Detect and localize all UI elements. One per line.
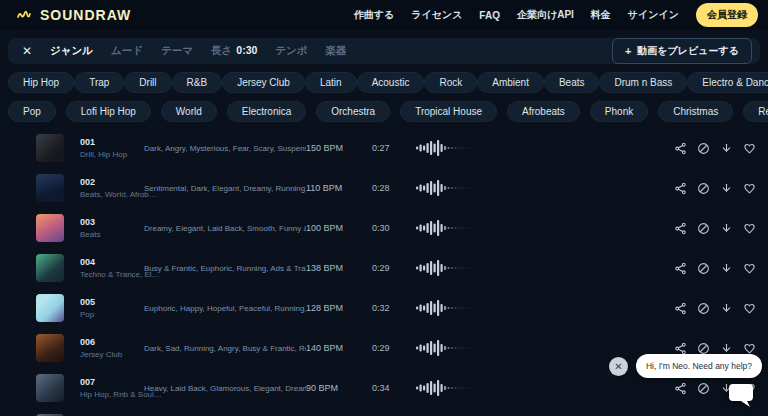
- track-row[interactable]: 008 Drill Dark, Heavy, Mysterious, Suspe…: [0, 408, 768, 416]
- genre-tag[interactable]: Drill: [124, 72, 171, 93]
- chat-launcher-icon[interactable]: [726, 384, 756, 414]
- track-row[interactable]: 005 Pop Euphoric, Happy, Hopeful, Peacef…: [0, 288, 768, 328]
- genre-tag[interactable]: Jersey Club: [222, 72, 305, 93]
- filter-tab-label: ジャンル: [50, 44, 93, 58]
- genre-tag[interactable]: Christmas: [658, 101, 733, 122]
- track-thumbnail[interactable]: [36, 334, 64, 362]
- track-actions: [673, 221, 756, 235]
- filter-tab[interactable]: テーマ: [161, 44, 193, 58]
- genre-tag[interactable]: Phonk: [590, 101, 648, 122]
- filter-tab[interactable]: ジャンル: [50, 44, 93, 58]
- waveform[interactable]: [416, 259, 486, 277]
- genre-tag[interactable]: Drum n Bass: [599, 72, 687, 93]
- preview-video-button[interactable]: + 動画をプレビューする: [612, 38, 752, 64]
- genre-tag[interactable]: Hip Hop: [8, 72, 74, 93]
- genre-tag[interactable]: Pop: [8, 101, 56, 122]
- copyright-free-icon[interactable]: [696, 261, 710, 275]
- track-thumbnail[interactable]: [36, 134, 64, 162]
- download-icon[interactable]: [719, 221, 733, 235]
- copyright-free-icon[interactable]: [696, 221, 710, 235]
- waveform[interactable]: [416, 379, 486, 397]
- genre-tag[interactable]: Beats: [544, 72, 600, 93]
- track-thumbnail[interactable]: [36, 174, 64, 202]
- close-icon[interactable]: ✕: [22, 45, 32, 57]
- waveform[interactable]: [416, 219, 486, 237]
- chat-message[interactable]: Hi, I'm Neo. Need any help?: [636, 354, 762, 378]
- download-icon[interactable]: [719, 261, 733, 275]
- brand-name: SOUNDRAW: [40, 7, 131, 23]
- heart-icon[interactable]: [742, 341, 756, 355]
- filter-tab[interactable]: 楽器: [326, 44, 347, 58]
- nav-link[interactable]: ライセンス: [411, 8, 462, 22]
- track-id-column: 001 Drill, Hip Hop: [80, 137, 144, 159]
- track-moods: Sentimental, Dark, Elegant, Dreamy, Runn…: [144, 184, 306, 193]
- heart-icon[interactable]: [742, 221, 756, 235]
- genre-tag[interactable]: Tropical House: [400, 101, 497, 122]
- genre-tag[interactable]: Orchestra: [316, 101, 390, 122]
- copyright-free-icon[interactable]: [696, 341, 710, 355]
- heart-icon[interactable]: [742, 261, 756, 275]
- nav-link[interactable]: サインイン: [628, 8, 679, 22]
- download-icon[interactable]: [719, 141, 733, 155]
- track-duration: 0:28: [372, 183, 416, 193]
- genre-tag[interactable]: Electronica: [227, 101, 306, 122]
- genre-tag[interactable]: Latin: [305, 72, 357, 93]
- copyright-free-icon[interactable]: [696, 181, 710, 195]
- track-row[interactable]: 001 Drill, Hip Hop Dark, Angry, Mysterio…: [0, 128, 768, 168]
- filter-tab-label: テンポ: [275, 44, 307, 58]
- waveform[interactable]: [416, 179, 486, 197]
- top-nav: 作曲する ライセンス FAQ 企業向けAPI 料金 サインイン: [354, 8, 679, 22]
- track-genres: Beats, World, Afrob…: [80, 190, 144, 199]
- waveform[interactable]: [416, 139, 486, 157]
- filter-tab[interactable]: 長さ 0:30: [211, 44, 257, 58]
- track-bpm: 110 BPM: [306, 183, 372, 193]
- waveform[interactable]: [416, 339, 486, 357]
- filter-tab[interactable]: ムード: [111, 44, 143, 58]
- track-thumbnail[interactable]: [36, 374, 64, 402]
- genre-tag[interactable]: Reggae: [743, 101, 768, 122]
- nav-link[interactable]: 料金: [591, 8, 611, 22]
- genre-tag[interactable]: Afrobeats: [507, 101, 580, 122]
- track-moods: Busy & Frantic, Euphoric, Running, Ads &…: [144, 264, 306, 273]
- soundraw-logo[interactable]: SOUNDRAW: [17, 7, 131, 23]
- nav-link[interactable]: 企業向けAPI: [517, 8, 574, 22]
- chat-close-icon[interactable]: ✕: [609, 357, 628, 376]
- signup-button[interactable]: 会員登録: [696, 3, 758, 27]
- track-row[interactable]: 002 Beats, World, Afrob… Sentimental, Da…: [0, 168, 768, 208]
- heart-icon[interactable]: [742, 301, 756, 315]
- share-icon[interactable]: [673, 221, 687, 235]
- share-icon[interactable]: [673, 381, 687, 395]
- track-thumbnail[interactable]: [36, 214, 64, 242]
- genre-tag[interactable]: R&B: [172, 72, 223, 93]
- heart-icon[interactable]: [742, 141, 756, 155]
- copyright-free-icon[interactable]: [696, 141, 710, 155]
- track-thumbnail[interactable]: [36, 294, 64, 322]
- nav-link[interactable]: 作曲する: [354, 8, 394, 22]
- genre-tag[interactable]: Acoustic: [357, 72, 425, 93]
- track-row[interactable]: 004 Techno & Trance, El… Busy & Frantic,…: [0, 248, 768, 288]
- track-bpm: 150 BPM: [306, 143, 372, 153]
- share-icon[interactable]: [673, 301, 687, 315]
- copyright-free-icon[interactable]: [696, 381, 710, 395]
- genre-tag[interactable]: Ambient: [477, 72, 544, 93]
- share-icon[interactable]: [673, 261, 687, 275]
- share-icon[interactable]: [673, 141, 687, 155]
- download-icon[interactable]: [719, 341, 733, 355]
- share-icon[interactable]: [673, 181, 687, 195]
- genre-tag[interactable]: Electro & Dance: [687, 72, 768, 93]
- track-thumbnail[interactable]: [36, 254, 64, 282]
- waveform[interactable]: [416, 299, 486, 317]
- download-icon[interactable]: [719, 301, 733, 315]
- genre-tag[interactable]: Trap: [74, 72, 124, 93]
- genre-tag[interactable]: Lofi Hip Hop: [66, 101, 151, 122]
- track-row[interactable]: 003 Beats Dreamy, Elegant, Laid Back, Sm…: [0, 208, 768, 248]
- genre-tag[interactable]: World: [161, 101, 217, 122]
- share-icon[interactable]: [673, 341, 687, 355]
- track-bpm: 90 BPM: [306, 383, 372, 393]
- filter-tab[interactable]: テンポ: [275, 44, 307, 58]
- heart-icon[interactable]: [742, 181, 756, 195]
- nav-link[interactable]: FAQ: [479, 10, 500, 21]
- genre-tag[interactable]: Rock: [424, 72, 477, 93]
- download-icon[interactable]: [719, 181, 733, 195]
- copyright-free-icon[interactable]: [696, 301, 710, 315]
